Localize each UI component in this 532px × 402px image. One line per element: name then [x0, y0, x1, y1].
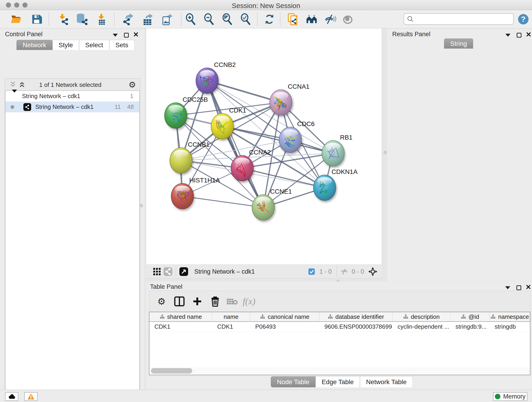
- tab-edge-table[interactable]: Edge Table: [316, 376, 360, 387]
- birdseye-view-icon[interactable]: [367, 266, 378, 277]
- expander-icon[interactable]: [12, 93, 17, 100]
- close-panel-icon[interactable]: ✕: [525, 31, 532, 38]
- window-title: Session: New Session: [0, 2, 532, 10]
- search-field[interactable]: [404, 13, 514, 25]
- toolbar-separator: [49, 13, 49, 26]
- tab-style[interactable]: Style: [52, 40, 79, 50]
- protein-node-ccne1[interactable]: CCNE1: [252, 188, 292, 220]
- hide-unselected-icon[interactable]: [324, 13, 336, 25]
- float-panel-icon[interactable]: [504, 31, 512, 39]
- protein-node-cdkn1a[interactable]: CDKN1A: [313, 168, 358, 201]
- import-table-icon[interactable]: [95, 13, 107, 25]
- selected-checkbox-icon[interactable]: [306, 266, 317, 277]
- toolbar-separator: [176, 266, 176, 277]
- export-table-icon[interactable]: [142, 13, 153, 25]
- tab-node-table[interactable]: Node Table: [271, 376, 316, 387]
- export-network-icon[interactable]: [122, 13, 134, 25]
- network-view-icon[interactable]: [162, 266, 173, 277]
- column-header[interactable]: canonical name: [250, 312, 319, 321]
- toolbar-separator: [257, 13, 258, 26]
- memory-button[interactable]: Memory: [493, 392, 527, 401]
- left-splitter-handle[interactable]: [140, 204, 143, 207]
- column-header[interactable]: name: [212, 312, 250, 321]
- string-protein-query-icon[interactable]: [306, 13, 318, 25]
- save-session-icon[interactable]: [31, 13, 43, 25]
- column-header[interactable]: namespace: [490, 312, 530, 321]
- open-view-in-window-icon[interactable]: [178, 266, 189, 277]
- open-session-icon[interactable]: [10, 13, 22, 25]
- zoom-fit-icon[interactable]: [221, 13, 233, 25]
- column-header[interactable]: @id: [450, 312, 490, 321]
- tab-network[interactable]: Network: [17, 40, 52, 50]
- zoom-selected-icon[interactable]: [240, 13, 252, 25]
- network-view-toolbar: String Network – cdk1 1 - 0 0 - 0: [146, 264, 382, 279]
- column-header[interactable]: database identifier: [319, 312, 393, 321]
- table-row[interactable]: CDK1 CDK1 P06493 9606.ENSP00000378699 cy…: [149, 322, 530, 332]
- toolbar-separator: [336, 266, 336, 277]
- cell-namespace[interactable]: stringdb: [490, 322, 530, 332]
- protein-node-hist1h1a[interactable]: HIST1H1A: [171, 177, 220, 209]
- network-canvas[interactable]: CCNB2CCNA1CDC25BCDK1CDC6RB1CCNB1CCNA2CDK…: [146, 28, 382, 264]
- import-network-database-icon[interactable]: [76, 13, 88, 25]
- tab-select[interactable]: Select: [79, 40, 109, 50]
- network-list-panel: 1 of 1 Network selected ⚙ String Network…: [5, 78, 140, 402]
- grid-view-icon[interactable]: [152, 266, 162, 277]
- create-column-icon[interactable]: [190, 295, 205, 308]
- network-options-gear-icon[interactable]: ⚙: [128, 80, 136, 89]
- import-network-file-icon[interactable]: [57, 13, 69, 25]
- export-image-icon[interactable]: [161, 13, 173, 25]
- delete-column-icon[interactable]: [208, 295, 222, 308]
- network-row[interactable]: String Network – cdk1 11 48: [6, 102, 139, 112]
- column-header[interactable]: shared name: [149, 312, 212, 321]
- column-header[interactable]: description: [393, 312, 450, 321]
- protein-node-ccnb2[interactable]: CCNB2: [196, 61, 236, 94]
- cell-canonical-name[interactable]: P06493: [250, 322, 319, 332]
- float-panel-icon[interactable]: [504, 284, 512, 292]
- node-label: CCNB2: [214, 61, 236, 68]
- tab-sets[interactable]: Sets: [109, 40, 134, 50]
- collapse-all-networks-icon[interactable]: [9, 80, 17, 88]
- help-icon[interactable]: ?: [517, 13, 529, 25]
- maximize-panel-icon[interactable]: [515, 284, 523, 292]
- table-horizontal-scrollbar[interactable]: [150, 367, 530, 374]
- network-graph[interactable]: CCNB2CCNA1CDC25BCDK1CDC6RB1CCNB1CCNA2CDK…: [146, 28, 382, 264]
- grayscale-eye-icon[interactable]: [342, 13, 354, 25]
- toolbar-separator: [181, 13, 181, 26]
- protein-node-ccnb1[interactable]: CCNB1: [170, 141, 210, 173]
- cell-description[interactable]: cyclin-dependent ...: [393, 322, 450, 332]
- zoom-out-icon[interactable]: [203, 13, 215, 25]
- table-settings-gear-icon[interactable]: ⚙: [154, 295, 169, 308]
- maximize-panel-icon[interactable]: [122, 31, 130, 39]
- protein-node-cdk1[interactable]: CDK1: [211, 107, 246, 139]
- cell-id[interactable]: stringdb:9...: [450, 322, 490, 332]
- protein-node-rb1[interactable]: RB1: [322, 134, 352, 166]
- node-label: CCNA1: [288, 83, 310, 90]
- toolbar-separator: [114, 13, 114, 26]
- cloud-status-button[interactable]: [5, 392, 18, 401]
- clone-network-icon[interactable]: [287, 13, 299, 25]
- maximize-panel-icon[interactable]: [515, 31, 523, 39]
- close-panel-icon[interactable]: ✕: [525, 283, 532, 291]
- network-collection-row[interactable]: String Network – cdk1 1: [6, 91, 139, 102]
- expand-all-networks-icon[interactable]: [18, 80, 26, 88]
- cell-shared-name[interactable]: CDK1: [149, 322, 212, 332]
- search-input[interactable]: [414, 16, 510, 23]
- close-panel-icon[interactable]: ✕: [132, 31, 140, 38]
- node-label: CCNB1: [188, 141, 210, 148]
- warnings-button[interactable]: [24, 392, 38, 401]
- zoom-in-icon[interactable]: [185, 13, 196, 25]
- right-splitter-handle[interactable]: [384, 151, 387, 154]
- table-header-row: shared name name canonical name database…: [149, 312, 530, 322]
- table-scrollbar-thumb[interactable]: [151, 368, 192, 374]
- float-panel-icon[interactable]: [111, 31, 119, 39]
- column-type-icon: [461, 314, 466, 319]
- tab-network-table[interactable]: Network Table: [360, 376, 413, 387]
- hidden-eye-icon[interactable]: [339, 266, 350, 277]
- show-columns-icon[interactable]: [172, 295, 187, 308]
- cell-database-identifier[interactable]: 9606.ENSP00000378699: [319, 322, 393, 332]
- tab-string[interactable]: String: [444, 38, 473, 49]
- cell-name[interactable]: CDK1: [212, 322, 250, 332]
- collection-label: String Network – cdk1: [22, 93, 80, 100]
- apply-layout-icon[interactable]: [264, 13, 275, 25]
- protein-node-ccna1[interactable]: CCNA1: [270, 83, 310, 115]
